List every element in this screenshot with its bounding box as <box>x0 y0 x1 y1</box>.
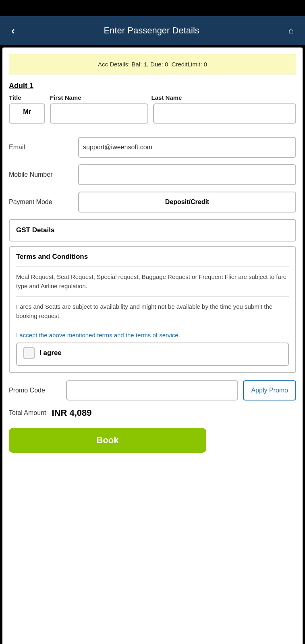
title-selector[interactable]: Mr <box>9 103 45 124</box>
divider-1 <box>9 131 296 131</box>
firstname-input[interactable] <box>50 103 148 124</box>
mobile-row: Mobile Number <box>9 164 296 185</box>
terms-body: Meal Request, Seat Request, Special requ… <box>10 266 295 326</box>
title-label: Title <box>9 94 45 101</box>
book-button[interactable]: Book <box>9 428 206 453</box>
apply-promo-button[interactable]: Apply Promo <box>243 380 296 400</box>
agree-row: I agree <box>16 343 289 366</box>
page-title: Enter Passenger Details <box>18 25 285 36</box>
email-label: Email <box>9 144 73 151</box>
promo-row: Promo Code Apply Promo <box>9 380 296 400</box>
account-details-text: Acc Details: Bal: 1, Due: 0, CreditLimit… <box>98 61 207 68</box>
lastname-input[interactable] <box>153 103 296 124</box>
terms-header: Terms and Conditions <box>10 247 295 266</box>
terms-item-1: Meal Request, Seat Request, Special requ… <box>16 266 289 296</box>
back-button[interactable]: ‹ <box>8 21 18 40</box>
account-details-banner: Acc Details: Bal: 1, Due: 0, CreditLimit… <box>9 54 296 74</box>
agree-label: I agree <box>39 349 62 357</box>
terms-item-2: Fares and Seats are subject to availabil… <box>16 296 289 326</box>
promo-code-input[interactable] <box>66 380 238 400</box>
status-bar <box>0 0 305 16</box>
payment-mode-value: Deposit/Credit <box>165 198 209 206</box>
passenger-section-title: Adult 1 <box>9 82 296 90</box>
promo-label: Promo Code <box>9 387 61 394</box>
header: ‹ Enter Passenger Details ⌂ <box>0 16 305 45</box>
gst-details-toggle[interactable]: GST Details <box>9 219 296 242</box>
total-amount-value: INR 4,089 <box>52 408 92 418</box>
firstname-label: First Name <box>50 94 147 101</box>
terms-accept-text: I accept the above mentioned terms and t… <box>10 326 295 343</box>
terms-section: Terms and Conditions Meal Request, Seat … <box>9 246 296 373</box>
payment-mode-label: Payment Mode <box>9 198 73 206</box>
payment-mode-selector[interactable]: Deposit/Credit <box>78 192 296 213</box>
email-input[interactable] <box>78 137 296 158</box>
agree-checkbox[interactable] <box>23 347 35 359</box>
email-row: Email <box>9 137 296 158</box>
gst-details-label: GST Details <box>16 226 54 234</box>
home-button[interactable]: ⌂ <box>285 22 297 39</box>
name-field-labels: Title First Name Last Name <box>9 94 296 101</box>
total-amount-label: Total Amount <box>9 409 46 417</box>
lastname-label: Last Name <box>151 94 296 101</box>
mobile-label: Mobile Number <box>9 171 73 178</box>
name-field-inputs: Mr <box>9 103 296 124</box>
total-amount-row: Total Amount INR 4,089 <box>9 408 296 418</box>
mobile-input[interactable] <box>78 164 296 185</box>
payment-mode-row: Payment Mode Deposit/Credit <box>9 192 296 213</box>
main-content: Acc Details: Bal: 1, Due: 0, CreditLimit… <box>2 47 303 644</box>
